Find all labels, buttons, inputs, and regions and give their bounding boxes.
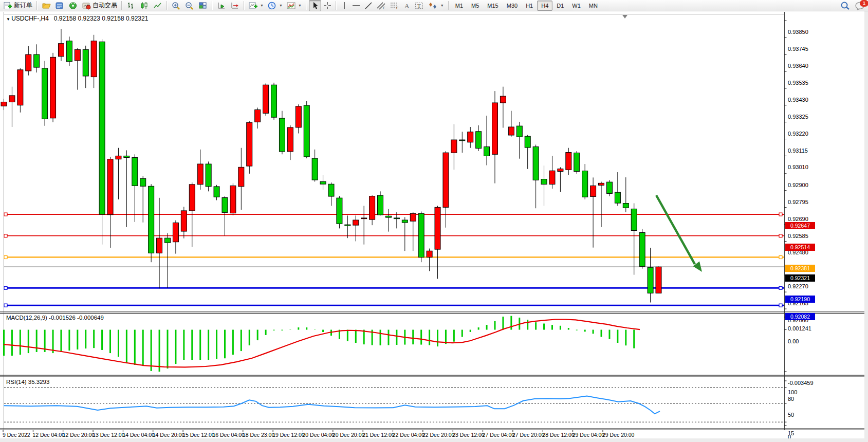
- vertical-line-tool-button[interactable]: [339, 0, 350, 11]
- candle-body: [304, 105, 309, 157]
- trendline-icon: [364, 2, 373, 10]
- toolbar-separator: [121, 1, 122, 10]
- profiles-icon: [42, 2, 51, 10]
- timeframe-h4-button[interactable]: H4: [537, 1, 552, 11]
- hline-handle[interactable]: [4, 234, 7, 237]
- hline-handle[interactable]: [4, 213, 7, 216]
- text-tool-button[interactable]: A: [401, 0, 413, 11]
- candle-body: [181, 211, 187, 231]
- periods-button[interactable]: ▼: [266, 0, 285, 11]
- auto-scroll-button[interactable]: [215, 0, 228, 11]
- new-order-button[interactable]: 新订单: [2, 0, 34, 11]
- text-label-tool-button[interactable]: T: [413, 0, 426, 11]
- candle-body: [623, 204, 629, 208]
- hline-handle[interactable]: [4, 286, 7, 289]
- candle-body: [590, 186, 596, 196]
- time-axis-label: 27 Dec 20:00: [512, 432, 544, 438]
- line-chart-button[interactable]: [151, 0, 164, 11]
- candle-body: [189, 185, 195, 211]
- toolbar-separator: [36, 1, 38, 10]
- chart-canvas[interactable]: [0, 0, 868, 442]
- candle-body: [149, 186, 154, 253]
- candle-body: [83, 49, 88, 76]
- candle-body: [140, 178, 146, 186]
- candle-body: [370, 196, 375, 219]
- candlestick-chart-button[interactable]: [138, 0, 151, 11]
- fibonacci-tool-button[interactable]: F: [388, 0, 401, 11]
- svg-text:A: A: [404, 2, 410, 10]
- cursor-tool-button[interactable]: [309, 0, 321, 11]
- channel-tool-button[interactable]: E: [375, 0, 388, 11]
- timeframe-m30-button[interactable]: M30: [503, 1, 522, 11]
- tile-windows-button[interactable]: [196, 0, 210, 11]
- hline-handle[interactable]: [779, 213, 782, 216]
- timeframe-mn-button[interactable]: MN: [585, 1, 602, 11]
- chart-menu-caret-icon[interactable]: ▼: [6, 17, 11, 22]
- hline-handle[interactable]: [779, 304, 782, 307]
- candle-body: [116, 156, 121, 159]
- candle-body: [378, 195, 383, 215]
- candle-body: [206, 164, 211, 187]
- time-axis-label: 23 Dec 12:00: [452, 432, 484, 438]
- notification-count-badge: 1: [860, 0, 868, 7]
- chevron-down-icon: ▼: [298, 4, 302, 7]
- candle-body: [476, 132, 482, 149]
- vertical-line-icon: [341, 2, 348, 10]
- candlestick-chart-icon: [140, 2, 149, 10]
- notifications-button[interactable]: 1: [855, 1, 865, 10]
- candle-body: [173, 223, 178, 242]
- profiles-button[interactable]: [40, 0, 53, 11]
- toolbar-separator: [244, 1, 245, 10]
- price-axis-label: 0.92690: [788, 216, 808, 222]
- templates-button[interactable]: ▼: [285, 0, 304, 11]
- trendline-tool-button[interactable]: [362, 0, 375, 11]
- search-icon[interactable]: [840, 1, 851, 10]
- timeframe-w1-button[interactable]: W1: [568, 1, 585, 11]
- zoom-out-icon: [185, 2, 194, 10]
- new-order-label: 新订单: [14, 1, 32, 10]
- horizontal-line-tool-button[interactable]: [350, 0, 362, 11]
- price-badge: 0.92647: [785, 222, 815, 229]
- timeframe-m5-button[interactable]: M5: [467, 1, 483, 11]
- hline-handle[interactable]: [779, 255, 782, 259]
- timeframe-h1-button[interactable]: H1: [522, 1, 537, 11]
- candle-body: [558, 169, 563, 171]
- hline-handle[interactable]: [779, 234, 782, 237]
- candle-body: [566, 153, 571, 170]
- time-axis-label: 29 Dec 20:00: [602, 432, 634, 438]
- arrows-tool-button[interactable]: ▼: [426, 0, 446, 11]
- new-chart-button[interactable]: ▼: [247, 0, 266, 11]
- hline-handle[interactable]: [4, 304, 7, 307]
- macd-indicator-label: MACD(12,26,9) -0.001526 -0.000649: [6, 315, 104, 321]
- candle-body: [165, 238, 171, 243]
- candle-body: [427, 251, 432, 257]
- text-label-icon: T: [415, 2, 424, 10]
- candle-body: [66, 41, 72, 62]
- bar-chart-button[interactable]: [124, 0, 138, 11]
- auto-trading-button[interactable]: 自动交易: [80, 0, 119, 11]
- fibonacci-icon: F: [390, 2, 399, 10]
- trading-platform-window: 新订单 自动交易 ▼ ▼ ▼ E F A T ▼: [0, 0, 868, 442]
- candle-body: [296, 106, 301, 127]
- candle-body: [58, 44, 64, 57]
- price-badge: 0.92321: [785, 274, 815, 282]
- time-axis-label: 16 Dec 04:00: [212, 432, 244, 438]
- zoom-out-button[interactable]: [183, 0, 196, 11]
- timeframe-m1-button[interactable]: M1: [451, 1, 467, 11]
- crosshair-tool-button[interactable]: [321, 0, 334, 11]
- market-watch-button[interactable]: [53, 0, 66, 11]
- candle-body: [287, 127, 293, 152]
- chart-shift-icon: [230, 2, 239, 10]
- hline-handle[interactable]: [779, 286, 782, 289]
- hline-handle[interactable]: [4, 255, 7, 259]
- chart-shift-button[interactable]: [228, 0, 242, 11]
- price-axis-label: 0.92795: [788, 199, 808, 205]
- tile-windows-icon: [198, 2, 208, 10]
- timeframe-group: M1M5M15M30H1H4D1W1MN: [451, 1, 602, 11]
- timeframe-d1-button[interactable]: D1: [552, 1, 568, 11]
- signals-button[interactable]: [66, 0, 80, 11]
- zoom-in-button[interactable]: [170, 0, 183, 11]
- candle-body: [435, 207, 440, 249]
- time-axis-label: 27 Dec 04:00: [483, 432, 514, 438]
- timeframe-m15-button[interactable]: M15: [483, 1, 502, 11]
